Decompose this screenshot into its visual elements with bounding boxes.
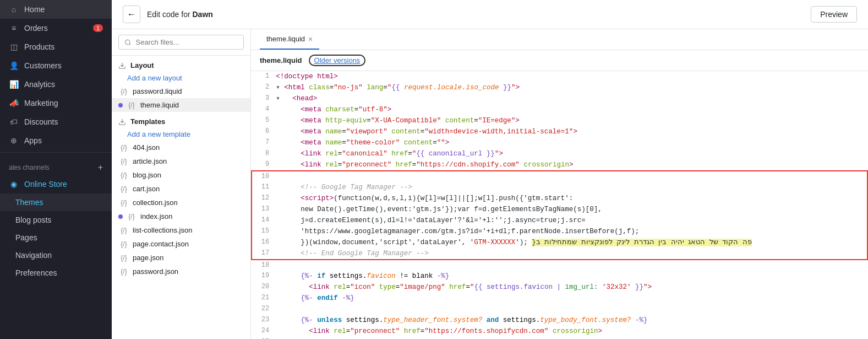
code-table: 1 <!doctype html> 2 ▾ <html class="no-js…: [251, 71, 868, 339]
line-21: 21 {%- endif -%}: [252, 293, 867, 304]
line-number: 25: [252, 337, 276, 339]
sidebar-item-products[interactable]: ◫ Products: [0, 37, 112, 56]
line-24: 24 <link rel="preconnect" href="https://…: [252, 326, 867, 337]
sidebar-item-customers[interactable]: 👤 Customers: [0, 56, 112, 75]
file-item-theme-liquid[interactable]: {/} theme.liquid: [112, 98, 250, 112]
sidebar-item-apps[interactable]: ⊕ Apps: [0, 131, 112, 150]
line-code: <script>(function(w,d,s,l,i){w[l]=w[l]||…: [276, 193, 867, 204]
sidebar-item-preferences[interactable]: Preferences: [0, 264, 112, 282]
preview-button[interactable]: Preview: [811, 6, 857, 23]
file-item-article[interactable]: {/} article.json: [112, 154, 250, 168]
file-item-password-liquid[interactable]: {/} password.liquid: [112, 84, 250, 98]
line-number: 7: [252, 137, 276, 148]
sidebar-item-navigation[interactable]: Navigation: [0, 246, 112, 264]
sidebar-item-analytics[interactable]: 📊 Analytics: [0, 75, 112, 94]
search-input[interactable]: [136, 38, 238, 46]
title-prefix: Edit code for: [147, 10, 193, 19]
file-item-blog[interactable]: {/} blog.json: [112, 168, 250, 182]
file-item-404[interactable]: {/} 404.json: [112, 141, 250, 154]
templates-label: Templates: [130, 117, 165, 126]
add-channel-icon[interactable]: +: [98, 163, 103, 173]
line-number: 16: [252, 237, 276, 248]
line-12: 12 <script>(function(w,d,s,l,i){w[l]=w[l…: [252, 193, 867, 204]
file-name: collection.json: [133, 198, 178, 207]
file-name: blog.json: [133, 171, 161, 179]
line-6: 6 <meta name="viewport" content="width=d…: [252, 126, 867, 137]
editor-tabs: theme.liquid ×: [251, 29, 868, 50]
file-item-cart[interactable]: {/} cart.json: [112, 182, 250, 196]
add-template-link[interactable]: Add a new template: [112, 128, 250, 141]
sidebar-item-online-store[interactable]: ◉ Online Store: [0, 175, 112, 193]
line-code: <!-- Google Tag Manager -->: [276, 182, 867, 193]
tab-label: theme.liquid: [266, 35, 305, 43]
tab-close-button[interactable]: ×: [308, 35, 313, 43]
line-number: 3: [252, 93, 276, 104]
line-code: <meta charset="utf-8">: [276, 104, 867, 115]
sidebar-item-orders[interactable]: ≡ Orders 1: [0, 19, 112, 37]
search-icon: [124, 39, 132, 46]
sidebar-item-label: Customers: [24, 61, 62, 70]
content-area: Layout Add a new layout {/} password.liq…: [112, 29, 868, 339]
line-number: 21: [252, 293, 276, 304]
file-name: list-collections.json: [133, 226, 192, 234]
line-code: <!-- End Google Tag Manager -->: [276, 248, 867, 260]
file-name: 404.json: [133, 143, 160, 152]
sidebar-item-home[interactable]: ⌂ Home: [0, 0, 112, 19]
online-store-icon: ◉: [9, 179, 19, 189]
topbar: ← Edit code for Dawn Preview: [112, 0, 868, 29]
line-code: <meta http-equiv="X-UA-Compatible" conte…: [276, 115, 867, 126]
line-number: 17: [252, 248, 276, 260]
marketing-icon: 📣: [9, 98, 19, 108]
sales-channels-label: ales channels: [9, 164, 49, 171]
file-item-collection[interactable]: {/} collection.json: [112, 196, 250, 209]
file-item-index[interactable]: {/} index.json: [112, 209, 250, 223]
sidebar-item-pages[interactable]: Pages: [0, 229, 112, 246]
file-name: page.json: [133, 254, 163, 262]
file-icon: {/}: [118, 158, 129, 165]
line-1: 1 <!doctype html>: [252, 71, 867, 82]
code-editor[interactable]: 1 <!doctype html> 2 ▾ <html class="no-js…: [251, 71, 868, 339]
line-number: 19: [252, 271, 276, 282]
file-item-password-json[interactable]: {/} password.json: [112, 265, 250, 278]
file-item-list-collections[interactable]: {/} list-collections.json: [112, 223, 250, 237]
line-code: <meta name="viewport" content="width=dev…: [276, 126, 867, 137]
line-number: 20: [252, 282, 276, 293]
file-icon: {/}: [118, 268, 129, 276]
file-item-page[interactable]: {/} page.json: [112, 251, 250, 265]
line-11: 11 <!-- Google Tag Manager -->: [252, 182, 867, 193]
editor-tab-theme-liquid[interactable]: theme.liquid ×: [260, 29, 319, 50]
sidebar-item-themes[interactable]: Themes: [0, 193, 112, 211]
line-number: 22: [252, 304, 276, 314]
layout-section-header: Layout: [112, 56, 250, 72]
line-code: [276, 260, 867, 271]
line-number: 18: [252, 260, 276, 271]
sidebar-item-discounts[interactable]: 🏷 Discounts: [0, 112, 112, 131]
line-19: 19 {%- if settings.favicon != blank -%}: [252, 271, 867, 282]
sidebar-item-marketing[interactable]: 📣 Marketing: [0, 94, 112, 112]
file-item-page-contact[interactable]: {/} page.contact.json: [112, 237, 250, 251]
active-dot: [118, 214, 123, 219]
line-number: 9: [252, 159, 276, 171]
file-icon: {/}: [118, 88, 129, 95]
sidebar-item-label: Home: [24, 5, 45, 14]
line-code: {%- endunless -%}: [276, 337, 867, 339]
line-code: <link rel="canonical" href="{{ canonical…: [276, 148, 867, 159]
line-code: 'https://www.googletagmanager.com/gtm.js…: [276, 226, 867, 237]
line-17: 17 <!-- End Google Tag Manager -->: [252, 248, 867, 260]
sidebar-item-blog-posts[interactable]: Blog posts: [0, 211, 112, 229]
older-versions-link[interactable]: Older versions: [309, 55, 366, 66]
line-number: 10: [252, 171, 276, 182]
line-number: 2: [252, 82, 276, 93]
apps-icon: ⊕: [9, 136, 19, 146]
file-icon: {/}: [118, 199, 129, 207]
add-layout-link[interactable]: Add a new layout: [112, 72, 250, 84]
line-number: 5: [252, 115, 276, 126]
search-input-wrap[interactable]: [118, 35, 244, 50]
line-code: {%- unless settings.type_header_font.sys…: [276, 315, 867, 326]
line-14: 14 j=d.createElement(s),dl=l!='dataLayer…: [252, 215, 867, 226]
line-code: [276, 304, 867, 314]
sidebar-item-label: Pages: [15, 233, 37, 242]
line-number: 12: [252, 193, 276, 204]
back-button[interactable]: ←: [123, 6, 140, 23]
line-23: 23 {%- unless settings.type_header_font.…: [252, 315, 867, 326]
